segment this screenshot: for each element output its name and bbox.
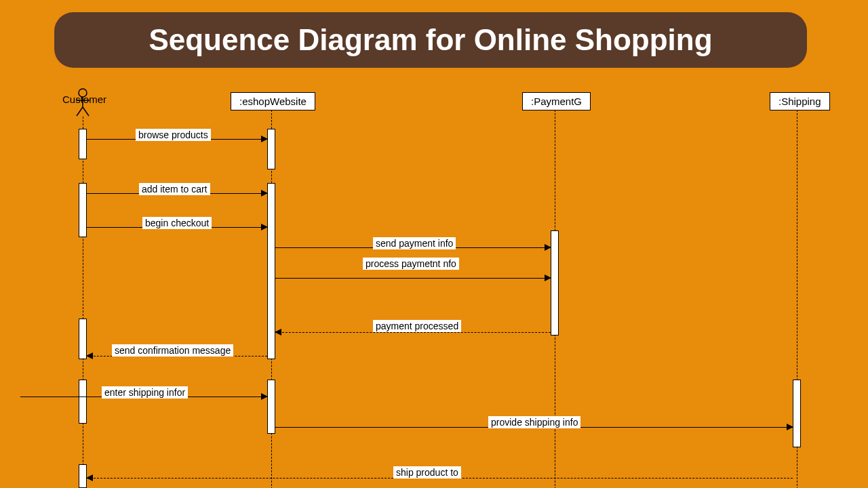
eshop-activation-1: [267, 129, 275, 169]
svg-line-4: [83, 107, 89, 116]
customer-activation-1: [79, 129, 87, 159]
payment-participant: :PaymentG: [522, 92, 591, 110]
msg-provide-shipping-label: provide shipping info: [488, 416, 580, 428]
customer-label: Customer: [62, 94, 106, 105]
eshop-participant: :eshopWebsite: [231, 92, 315, 110]
msg-payment-processed-label: payment processed: [373, 320, 461, 332]
msg-browse-products-label: browse products: [136, 129, 211, 141]
shipping-activation: [793, 380, 801, 447]
msg-payment-processed: [275, 332, 551, 333]
svg-line-3: [77, 107, 83, 116]
customer-activation-4: [79, 380, 87, 424]
sequence-diagram: Customer :eshopWebsite :PaymentG :Shippi…: [27, 88, 841, 488]
eshop-activation-3: [267, 380, 275, 434]
customer-activation-2: [79, 183, 87, 237]
msg-process-payment-label: process paymetnt nfo: [363, 258, 459, 270]
msg-confirmation-label: send confirmation message: [112, 344, 233, 357]
shipping-participant: :Shipping: [770, 92, 830, 110]
msg-add-item-label: add item to cart: [139, 183, 210, 195]
msg-send-payment-label: send payment info: [373, 237, 456, 249]
diagram-title: Sequence Diagram for Online Shopping: [54, 12, 807, 68]
payment-activation: [551, 230, 559, 336]
msg-ship-product-label: ship product to: [393, 466, 461, 479]
msg-process-payment: [275, 278, 551, 279]
msg-begin-checkout-label: begin checkout: [142, 217, 212, 229]
msg-enter-shipping-label: enter shipping infor: [102, 386, 188, 399]
customer-lifeline: [83, 117, 83, 488]
